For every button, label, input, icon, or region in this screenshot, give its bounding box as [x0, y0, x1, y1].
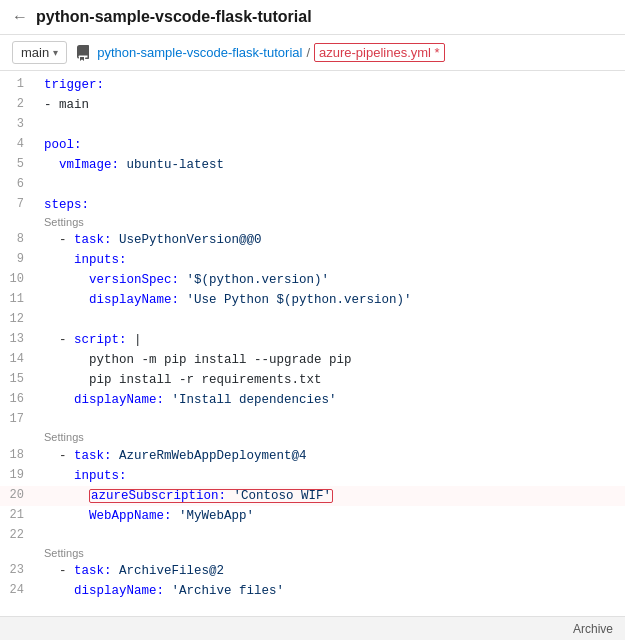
line-number: 21 [0, 506, 36, 525]
code-line-6: 6 [0, 175, 625, 195]
line-number: 19 [0, 466, 36, 485]
code-text: displayName: 'Archive files' [36, 581, 625, 601]
code-line-13: 13 - script: | [0, 330, 625, 350]
code-line-8: 8 - task: UsePythonVersion@@0 [0, 230, 625, 250]
line-number: 10 [0, 270, 36, 289]
breadcrumb-file: azure-pipelines.yml * [314, 43, 445, 62]
code-line-23: 23 - task: ArchiveFiles@2 [0, 561, 625, 581]
header: ← python-sample-vscode-flask-tutorial [0, 0, 625, 35]
line-number: 13 [0, 330, 36, 349]
footer-archive-label: Archive [573, 622, 613, 636]
toolbar: main ▾ python-sample-vscode-flask-tutori… [0, 35, 625, 71]
line-number: 24 [0, 581, 36, 600]
line-number: 4 [0, 135, 36, 154]
line-number: 2 [0, 95, 36, 114]
code-text: - main [36, 95, 625, 115]
repo-icon [75, 45, 91, 61]
line-number: 22 [0, 526, 36, 545]
code-line-18: 18 - task: AzureRmWebAppDeployment@4 [0, 446, 625, 466]
breadcrumb-repo[interactable]: python-sample-vscode-flask-tutorial [97, 45, 302, 60]
breadcrumb-separator: / [306, 45, 310, 60]
code-text: python -m pip install --upgrade pip [36, 350, 625, 370]
code-text: versionSpec: '$(python.version)' [36, 270, 625, 290]
line-number: 17 [0, 410, 36, 429]
line-number: 7 [0, 195, 36, 214]
line-number: 3 [0, 115, 36, 134]
line-number: 1 [0, 75, 36, 94]
code-text: displayName: 'Use Python $(python.versio… [36, 290, 625, 310]
code-editor: 1 trigger: 2 - main 3 4 pool: 5 vmImage:… [0, 71, 625, 605]
line-number: 6 [0, 175, 36, 194]
line-number: 12 [0, 310, 36, 329]
line-number: 20 [0, 486, 36, 505]
code-line-19: 19 inputs: [0, 466, 625, 486]
code-text: WebAppName: 'MyWebApp' [36, 506, 625, 526]
code-text [36, 310, 625, 330]
settings-label-2: Settings [0, 430, 625, 445]
code-line-14: 14 python -m pip install --upgrade pip [0, 350, 625, 370]
line-number: 11 [0, 290, 36, 309]
code-text: inputs: [36, 466, 625, 486]
line-number: 18 [0, 446, 36, 465]
code-text [36, 175, 625, 195]
code-text: inputs: [36, 250, 625, 270]
code-line-16: 16 displayName: 'Install dependencies' [0, 390, 625, 410]
code-text: azureSubscription: 'Contoso WIF' [36, 486, 625, 506]
code-line-3: 3 [0, 115, 625, 135]
settings-label-3: Settings [0, 546, 625, 561]
line-number: 5 [0, 155, 36, 174]
code-text: - task: ArchiveFiles@2 [36, 561, 625, 581]
code-line-1: 1 trigger: [0, 75, 625, 95]
code-line-15: 15 pip install -r requirements.txt [0, 370, 625, 390]
code-text: - task: UsePythonVersion@@0 [36, 230, 625, 250]
code-line-12: 12 [0, 310, 625, 330]
code-text: pip install -r requirements.txt [36, 370, 625, 390]
code-line-17: 17 [0, 410, 625, 430]
code-text: trigger: [36, 75, 625, 95]
code-text: - script: | [36, 330, 625, 350]
code-text [36, 115, 625, 135]
code-line-7: 7 steps: [0, 195, 625, 215]
settings-label-1: Settings [0, 215, 625, 230]
line-number: 16 [0, 390, 36, 409]
code-line-11: 11 displayName: 'Use Python $(python.ver… [0, 290, 625, 310]
code-line-21: 21 WebAppName: 'MyWebApp' [0, 506, 625, 526]
code-line-9: 9 inputs: [0, 250, 625, 270]
code-text: steps: [36, 195, 625, 215]
code-line-20: 20 azureSubscription: 'Contoso WIF' [0, 486, 625, 506]
code-text: pool: [36, 135, 625, 155]
code-line-24: 24 displayName: 'Archive files' [0, 581, 625, 601]
branch-selector[interactable]: main ▾ [12, 41, 67, 64]
code-text [36, 526, 625, 546]
code-line-10: 10 versionSpec: '$(python.version)' [0, 270, 625, 290]
code-text [36, 410, 625, 430]
code-text: vmImage: ubuntu-latest [36, 155, 625, 175]
line-number: 8 [0, 230, 36, 249]
code-line-4: 4 pool: [0, 135, 625, 155]
code-text: - task: AzureRmWebAppDeployment@4 [36, 446, 625, 466]
breadcrumb: python-sample-vscode-flask-tutorial / az… [75, 43, 445, 62]
chevron-down-icon: ▾ [53, 47, 58, 58]
line-number: 15 [0, 370, 36, 389]
page-title: python-sample-vscode-flask-tutorial [36, 8, 312, 26]
code-line-2: 2 - main [0, 95, 625, 115]
branch-name: main [21, 45, 49, 60]
line-number: 14 [0, 350, 36, 369]
footer-bar: Archive [0, 616, 625, 640]
line-number: 9 [0, 250, 36, 269]
code-line-22: 22 [0, 526, 625, 546]
back-button[interactable]: ← [12, 8, 28, 26]
code-text: displayName: 'Install dependencies' [36, 390, 625, 410]
line-number: 23 [0, 561, 36, 580]
code-line-5: 5 vmImage: ubuntu-latest [0, 155, 625, 175]
